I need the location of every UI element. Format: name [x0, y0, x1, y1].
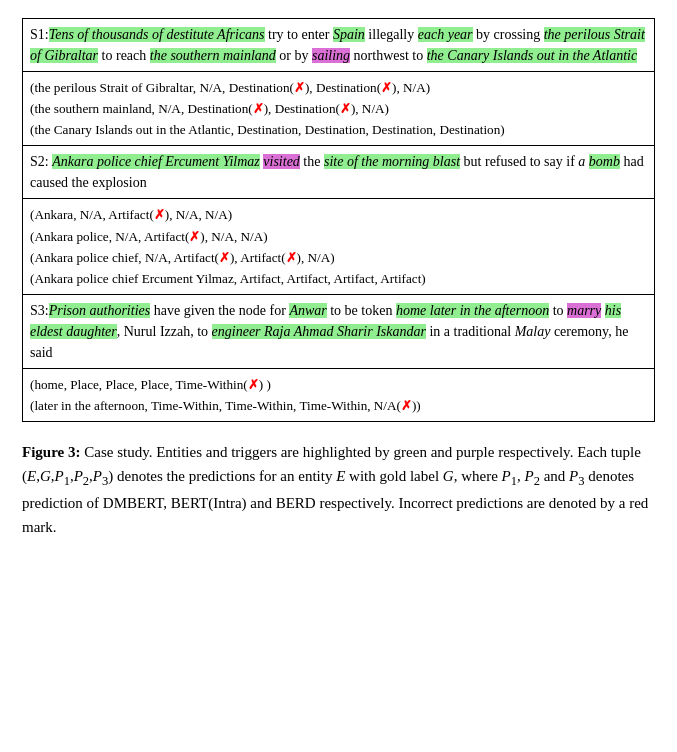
s2-entity-bomb: bomb: [589, 154, 620, 169]
s1-entity-spain: Spain: [333, 27, 365, 42]
s2-tuples-cell: (Ankara, N/A, Artifact(✗), N/A, N/A) (An…: [23, 199, 655, 295]
s2-label: S2:: [30, 154, 49, 169]
red-x-5: ✗: [154, 207, 165, 222]
red-x-6: ✗: [189, 229, 200, 244]
s1-entity-canary: the Canary Islands out in the Atlantic: [427, 48, 638, 63]
s1-entity-each-year: each year: [418, 27, 473, 42]
s3-sentence-cell: S3:Prison authorities have given the nod…: [23, 294, 655, 368]
red-x-7: ✗: [219, 250, 230, 265]
s2-sentence-cell: S2: Ankara police chief Ercument Yilmaz …: [23, 146, 655, 199]
figure-caption: Figure 3: Case study. Entities and trigg…: [22, 440, 655, 539]
s3-entity-home-later: home later in the afternoon: [396, 303, 549, 318]
s1-label: S1:: [30, 27, 49, 42]
s2-entity-ankara-police-chief: Ankara police chief Ercument Yilmaz: [52, 154, 260, 169]
figure-label: Figure 3:: [22, 444, 80, 460]
red-x-9: ✗: [248, 377, 259, 392]
red-x-2: ✗: [381, 80, 392, 95]
s3-entity-engineer: engineer Raja Ahmad Sharir Iskandar: [212, 324, 426, 339]
s3-tuples-cell: (home, Place, Place, Place, Time-Within(…: [23, 368, 655, 421]
red-x-3: ✗: [253, 101, 264, 116]
red-x-10: ✗: [401, 398, 412, 413]
s1-tuples-cell: (the perilous Strait of Gibraltar, N/A, …: [23, 72, 655, 146]
red-x-4: ✗: [340, 101, 351, 116]
s1-sentence-cell: S1:Tens of thousands of destitute Africa…: [23, 19, 655, 72]
s3-entity-prison: Prison authorities: [49, 303, 151, 318]
s3-label: S3:: [30, 303, 49, 318]
s1-entity-mainland: the southern mainland: [150, 48, 276, 63]
s3-entity-anwar: Anwar: [289, 303, 326, 318]
case-study-table: S1:Tens of thousands of destitute Africa…: [22, 18, 655, 422]
red-x-1: ✗: [294, 80, 305, 95]
s1-entity-1: Tens of thousands of destitute Africans: [49, 27, 265, 42]
red-x-8: ✗: [286, 250, 297, 265]
s3-trigger-marry: marry: [567, 303, 601, 318]
s2-entity-site: site of the morning blast: [324, 154, 460, 169]
s2-trigger-visited: visited: [263, 154, 300, 169]
s1-trigger-sailing: sailing: [312, 48, 350, 63]
